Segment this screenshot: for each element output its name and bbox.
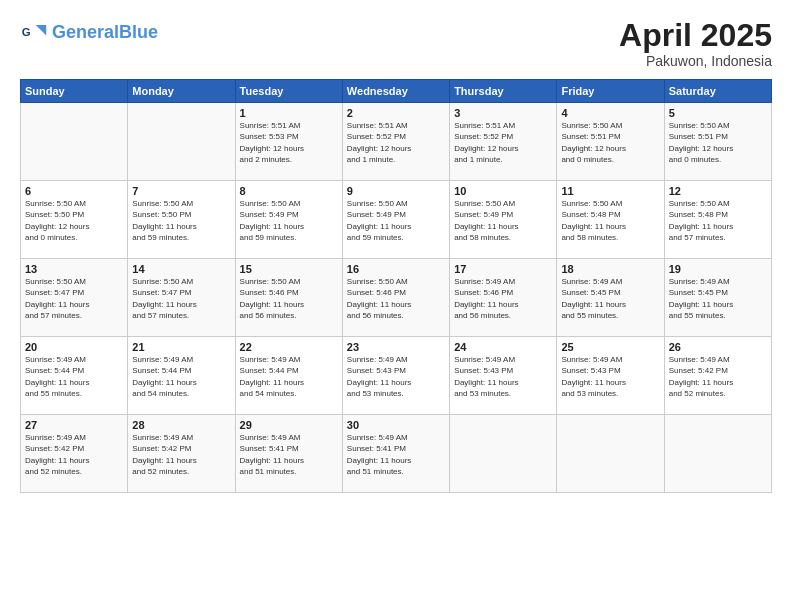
day-number: 8 (240, 185, 338, 197)
day-info: Sunrise: 5:51 AM Sunset: 5:52 PM Dayligh… (347, 120, 445, 165)
calendar-cell: 3Sunrise: 5:51 AM Sunset: 5:52 PM Daylig… (450, 103, 557, 181)
day-info: Sunrise: 5:49 AM Sunset: 5:44 PM Dayligh… (25, 354, 123, 399)
day-number: 24 (454, 341, 552, 353)
header-tuesday: Tuesday (235, 80, 342, 103)
day-number: 2 (347, 107, 445, 119)
day-info: Sunrise: 5:49 AM Sunset: 5:41 PM Dayligh… (347, 432, 445, 477)
logo-general: General (52, 22, 119, 42)
day-number: 7 (132, 185, 230, 197)
logo-blue: Blue (119, 22, 158, 42)
day-number: 18 (561, 263, 659, 275)
day-number: 11 (561, 185, 659, 197)
calendar-cell: 10Sunrise: 5:50 AM Sunset: 5:49 PM Dayli… (450, 181, 557, 259)
calendar-week-row: 1Sunrise: 5:51 AM Sunset: 5:53 PM Daylig… (21, 103, 772, 181)
day-number: 20 (25, 341, 123, 353)
day-number: 29 (240, 419, 338, 431)
day-info: Sunrise: 5:50 AM Sunset: 5:51 PM Dayligh… (561, 120, 659, 165)
calendar-cell: 5Sunrise: 5:50 AM Sunset: 5:51 PM Daylig… (664, 103, 771, 181)
calendar-cell: 22Sunrise: 5:49 AM Sunset: 5:44 PM Dayli… (235, 337, 342, 415)
header-monday: Monday (128, 80, 235, 103)
day-info: Sunrise: 5:50 AM Sunset: 5:50 PM Dayligh… (132, 198, 230, 243)
day-info: Sunrise: 5:50 AM Sunset: 5:48 PM Dayligh… (669, 198, 767, 243)
header-thursday: Thursday (450, 80, 557, 103)
day-number: 26 (669, 341, 767, 353)
calendar-cell (21, 103, 128, 181)
day-info: Sunrise: 5:50 AM Sunset: 5:49 PM Dayligh… (454, 198, 552, 243)
calendar-week-row: 6Sunrise: 5:50 AM Sunset: 5:50 PM Daylig… (21, 181, 772, 259)
location-subtitle: Pakuwon, Indonesia (619, 53, 772, 69)
calendar-cell: 26Sunrise: 5:49 AM Sunset: 5:42 PM Dayli… (664, 337, 771, 415)
calendar-cell (450, 415, 557, 493)
day-number: 4 (561, 107, 659, 119)
svg-text:G: G (22, 26, 31, 38)
day-number: 9 (347, 185, 445, 197)
day-number: 14 (132, 263, 230, 275)
day-number: 12 (669, 185, 767, 197)
day-number: 27 (25, 419, 123, 431)
header-saturday: Saturday (664, 80, 771, 103)
calendar-cell (128, 103, 235, 181)
day-info: Sunrise: 5:50 AM Sunset: 5:47 PM Dayligh… (25, 276, 123, 321)
calendar-cell: 15Sunrise: 5:50 AM Sunset: 5:46 PM Dayli… (235, 259, 342, 337)
day-number: 10 (454, 185, 552, 197)
day-info: Sunrise: 5:49 AM Sunset: 5:46 PM Dayligh… (454, 276, 552, 321)
day-number: 5 (669, 107, 767, 119)
page-header: G GeneralBlue April 2025 Pakuwon, Indone… (20, 18, 772, 69)
header-sunday: Sunday (21, 80, 128, 103)
calendar-cell: 1Sunrise: 5:51 AM Sunset: 5:53 PM Daylig… (235, 103, 342, 181)
calendar-cell: 17Sunrise: 5:49 AM Sunset: 5:46 PM Dayli… (450, 259, 557, 337)
calendar-cell: 8Sunrise: 5:50 AM Sunset: 5:49 PM Daylig… (235, 181, 342, 259)
calendar-cell: 12Sunrise: 5:50 AM Sunset: 5:48 PM Dayli… (664, 181, 771, 259)
day-info: Sunrise: 5:50 AM Sunset: 5:47 PM Dayligh… (132, 276, 230, 321)
day-info: Sunrise: 5:49 AM Sunset: 5:45 PM Dayligh… (561, 276, 659, 321)
header-wednesday: Wednesday (342, 80, 449, 103)
day-info: Sunrise: 5:50 AM Sunset: 5:46 PM Dayligh… (347, 276, 445, 321)
calendar-cell: 23Sunrise: 5:49 AM Sunset: 5:43 PM Dayli… (342, 337, 449, 415)
day-info: Sunrise: 5:49 AM Sunset: 5:42 PM Dayligh… (25, 432, 123, 477)
logo-icon: G (20, 18, 48, 46)
calendar-header-row: Sunday Monday Tuesday Wednesday Thursday… (21, 80, 772, 103)
day-number: 6 (25, 185, 123, 197)
calendar-cell: 2Sunrise: 5:51 AM Sunset: 5:52 PM Daylig… (342, 103, 449, 181)
day-info: Sunrise: 5:50 AM Sunset: 5:49 PM Dayligh… (240, 198, 338, 243)
calendar-cell: 13Sunrise: 5:50 AM Sunset: 5:47 PM Dayli… (21, 259, 128, 337)
header-friday: Friday (557, 80, 664, 103)
day-info: Sunrise: 5:50 AM Sunset: 5:50 PM Dayligh… (25, 198, 123, 243)
day-number: 21 (132, 341, 230, 353)
calendar-cell: 4Sunrise: 5:50 AM Sunset: 5:51 PM Daylig… (557, 103, 664, 181)
day-info: Sunrise: 5:49 AM Sunset: 5:43 PM Dayligh… (347, 354, 445, 399)
day-info: Sunrise: 5:49 AM Sunset: 5:43 PM Dayligh… (561, 354, 659, 399)
day-info: Sunrise: 5:49 AM Sunset: 5:44 PM Dayligh… (132, 354, 230, 399)
calendar-cell: 7Sunrise: 5:50 AM Sunset: 5:50 PM Daylig… (128, 181, 235, 259)
title-block: April 2025 Pakuwon, Indonesia (619, 18, 772, 69)
day-info: Sunrise: 5:50 AM Sunset: 5:49 PM Dayligh… (347, 198, 445, 243)
calendar-page: G GeneralBlue April 2025 Pakuwon, Indone… (0, 0, 792, 612)
calendar-cell: 29Sunrise: 5:49 AM Sunset: 5:41 PM Dayli… (235, 415, 342, 493)
day-info: Sunrise: 5:51 AM Sunset: 5:52 PM Dayligh… (454, 120, 552, 165)
calendar-cell: 24Sunrise: 5:49 AM Sunset: 5:43 PM Dayli… (450, 337, 557, 415)
calendar-week-row: 20Sunrise: 5:49 AM Sunset: 5:44 PM Dayli… (21, 337, 772, 415)
calendar-cell: 25Sunrise: 5:49 AM Sunset: 5:43 PM Dayli… (557, 337, 664, 415)
month-year-title: April 2025 (619, 18, 772, 53)
day-number: 22 (240, 341, 338, 353)
day-number: 25 (561, 341, 659, 353)
calendar-week-row: 13Sunrise: 5:50 AM Sunset: 5:47 PM Dayli… (21, 259, 772, 337)
logo: G GeneralBlue (20, 18, 158, 46)
day-number: 15 (240, 263, 338, 275)
calendar-cell: 6Sunrise: 5:50 AM Sunset: 5:50 PM Daylig… (21, 181, 128, 259)
day-number: 28 (132, 419, 230, 431)
day-number: 13 (25, 263, 123, 275)
day-info: Sunrise: 5:51 AM Sunset: 5:53 PM Dayligh… (240, 120, 338, 165)
calendar-cell: 27Sunrise: 5:49 AM Sunset: 5:42 PM Dayli… (21, 415, 128, 493)
day-info: Sunrise: 5:49 AM Sunset: 5:45 PM Dayligh… (669, 276, 767, 321)
calendar-cell: 21Sunrise: 5:49 AM Sunset: 5:44 PM Dayli… (128, 337, 235, 415)
calendar-cell: 14Sunrise: 5:50 AM Sunset: 5:47 PM Dayli… (128, 259, 235, 337)
day-info: Sunrise: 5:49 AM Sunset: 5:42 PM Dayligh… (132, 432, 230, 477)
calendar-cell: 30Sunrise: 5:49 AM Sunset: 5:41 PM Dayli… (342, 415, 449, 493)
calendar-cell: 9Sunrise: 5:50 AM Sunset: 5:49 PM Daylig… (342, 181, 449, 259)
calendar-week-row: 27Sunrise: 5:49 AM Sunset: 5:42 PM Dayli… (21, 415, 772, 493)
day-info: Sunrise: 5:49 AM Sunset: 5:41 PM Dayligh… (240, 432, 338, 477)
day-number: 17 (454, 263, 552, 275)
calendar-cell (557, 415, 664, 493)
day-number: 3 (454, 107, 552, 119)
